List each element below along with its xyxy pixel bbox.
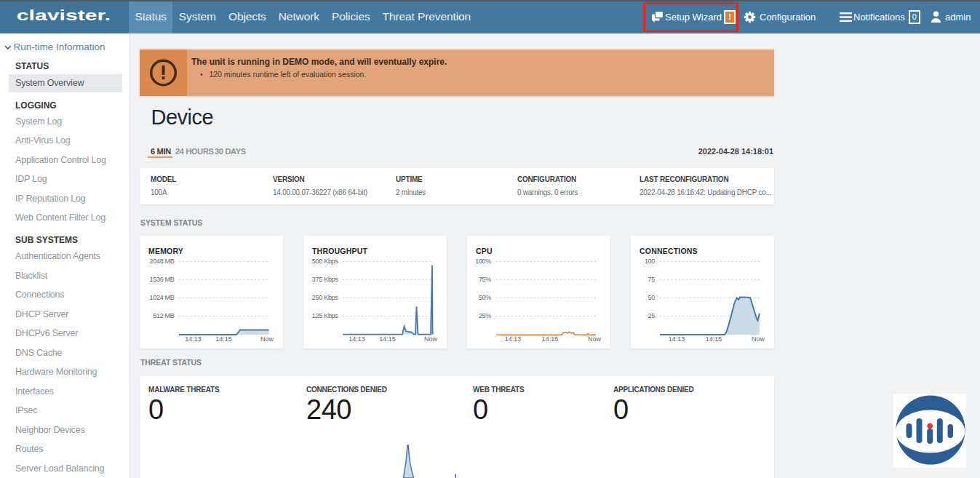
svg-text:clavister.: clavister. bbox=[17, 7, 111, 24]
